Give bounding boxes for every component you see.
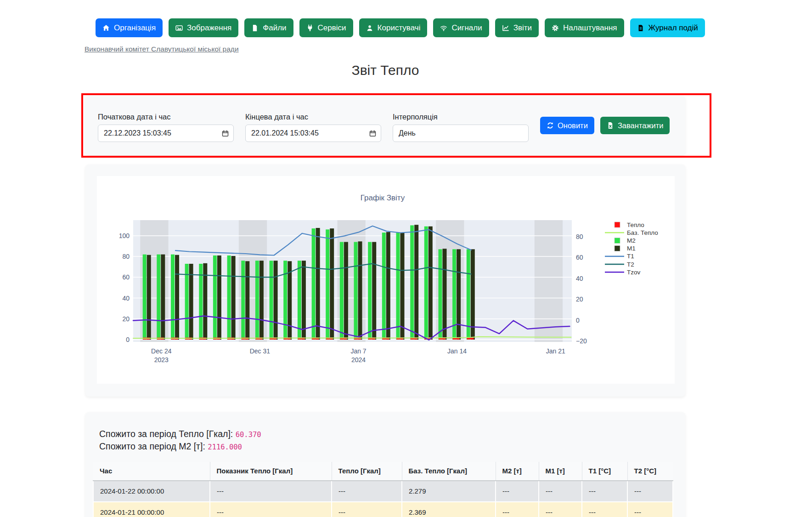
legend-item-Баз. Тепло[interactable]: Баз. Тепло: [605, 229, 658, 236]
m2-total-value: 2116.000: [208, 443, 242, 451]
svg-text:Jan 14: Jan 14: [447, 347, 467, 355]
gear-icon: [552, 24, 559, 32]
download-button-label: Завантажити: [618, 121, 664, 130]
table-header-cell: M1 [т]: [539, 462, 582, 481]
table-cell: ---: [539, 502, 582, 517]
wifi-icon: [440, 24, 447, 32]
left-axis-ticks: 020406080100: [119, 232, 130, 343]
legend-label: M2: [627, 237, 636, 244]
excel-file-icon: [607, 122, 614, 129]
data-panel: Спожито за період Тепло [Гкал]: 60.370 С…: [85, 412, 685, 517]
house-icon: [102, 24, 110, 32]
heat-total-value: 60.370: [236, 431, 261, 439]
organization-link[interactable]: Виконавчий комітет Славутицької міської …: [85, 45, 239, 53]
table-cell: ---: [332, 502, 402, 517]
chart-panel: 020406080100−20020406080Dec 242023Dec 31…: [85, 165, 685, 397]
plug-icon: [306, 24, 314, 32]
start-date-field: Початкова дата і час: [98, 113, 234, 155]
report-chart[interactable]: 020406080100−20020406080Dec 242023Dec 31…: [97, 176, 675, 384]
svg-text:0: 0: [126, 336, 130, 343]
legend-swatch: [615, 238, 620, 243]
svg-text:40: 40: [122, 295, 130, 302]
legend-item-T2[interactable]: T2: [605, 261, 634, 268]
table-cell: ---: [496, 481, 539, 502]
interpolation-field: Інтерполяція: [393, 113, 529, 155]
nav-button-label: Зображення: [187, 23, 231, 33]
table-cell: 2024-01-22 00:00:00: [93, 481, 210, 502]
nav-button-organization[interactable]: Організація: [96, 18, 163, 37]
end-date-input[interactable]: [245, 125, 381, 142]
table-row: 2024-01-21 00:00:00------2.369----------…: [93, 502, 673, 517]
legend-label: M1: [627, 245, 636, 252]
nav-button-label: Сигнали: [451, 23, 482, 33]
refresh-button[interactable]: Оновити: [540, 117, 594, 134]
legend-label: T2: [627, 261, 634, 268]
nav-button-label: Організація: [114, 23, 156, 33]
legend-label: Тепло: [627, 222, 644, 228]
table-header-cell: T1 [°C]: [582, 462, 627, 481]
nav-button-files[interactable]: Файли: [244, 18, 293, 37]
legend-swatch: [605, 272, 624, 273]
svg-text:−20: −20: [576, 337, 587, 345]
legend-item-Тепло[interactable]: Тепло: [615, 222, 644, 228]
end-date-value[interactable]: [251, 129, 369, 137]
person-icon: [366, 24, 373, 32]
x-axis-ticks: Dec 242023Dec 31Jan 72024Jan 14Jan 21: [151, 347, 565, 364]
nav-button-label: Користувачі: [378, 23, 421, 33]
table-cell: ---: [627, 502, 673, 517]
legend-item-M2[interactable]: M2: [615, 237, 636, 244]
weekend-band: [535, 220, 563, 342]
refresh-icon: [547, 122, 554, 129]
nav-button-label: Журнал подій: [648, 23, 698, 33]
nav-button-label: Налаштування: [563, 23, 617, 33]
legend-item-Tzov[interactable]: Tzov: [605, 269, 641, 276]
table-cell: 2.279: [402, 481, 496, 502]
svg-text:20: 20: [576, 295, 583, 303]
start-date-value[interactable]: [104, 129, 222, 137]
table-header-cell: Час: [93, 462, 210, 481]
legend-swatch: [615, 222, 620, 227]
legend-item-M1[interactable]: M1: [615, 245, 636, 252]
nav-button-signals[interactable]: Сигнали: [433, 18, 489, 37]
m2-total-label: Спожито за період M2 [т]:: [99, 441, 205, 451]
legend-swatch: [615, 246, 620, 251]
table-header-cell: Баз. Тепло [Гкал]: [402, 462, 496, 481]
svg-text:Jan 21: Jan 21: [546, 347, 565, 355]
table-cell: ---: [496, 502, 539, 517]
download-button[interactable]: Завантажити: [600, 117, 670, 134]
legend-swatch: [605, 264, 624, 265]
table-cell: ---: [539, 481, 582, 502]
report-chart-svg[interactable]: 020406080100−20020406080Dec 242023Dec 31…: [97, 176, 675, 384]
start-date-input[interactable]: [98, 125, 234, 142]
legend-item-T1[interactable]: T1: [605, 253, 634, 260]
nav-button-images[interactable]: Зображення: [169, 18, 238, 37]
nav-button-event-log[interactable]: Журнал подій: [630, 18, 705, 37]
nav-button-reports[interactable]: Звіти: [495, 18, 539, 37]
interpolation-label: Інтерполяція: [393, 113, 529, 121]
legend-label: T1: [627, 253, 634, 260]
page-title: Звіт Тепло: [85, 62, 685, 78]
chart-legend: ТеплоБаз. ТеплоM2M1T1T2Tzov: [605, 222, 658, 276]
calendar-icon[interactable]: [369, 130, 376, 137]
table-cell: ---: [582, 481, 627, 502]
report-table: ЧасПоказник Тепло [Гкал]Тепло [Гкал]Баз.…: [93, 462, 673, 517]
nav-button-users[interactable]: Користувачі: [359, 18, 428, 37]
svg-text:Dec 31: Dec 31: [250, 347, 271, 355]
table-header-cell: Тепло [Гкал]: [332, 462, 402, 481]
svg-text:Jan 7: Jan 7: [350, 347, 366, 355]
heat-total-line: Спожито за період Тепло [Гкал]: 60.370: [99, 429, 685, 441]
svg-text:80: 80: [122, 253, 130, 260]
table-cell: ---: [332, 481, 402, 502]
table-row: 2024-01-22 00:00:00------2.279----------…: [93, 481, 673, 502]
interpolation-value[interactable]: [399, 129, 524, 137]
table-cell: ---: [627, 481, 673, 502]
table-cell: ---: [210, 481, 332, 502]
interpolation-input[interactable]: [393, 125, 529, 142]
nav-button-settings[interactable]: Налаштування: [545, 18, 624, 37]
svg-text:0: 0: [576, 317, 580, 324]
nav-button-label: Файли: [263, 23, 286, 33]
nav-button-services[interactable]: Сервіси: [299, 18, 353, 37]
svg-text:60: 60: [576, 254, 583, 261]
calendar-icon[interactable]: [222, 130, 229, 137]
start-date-label: Початкова дата і час: [98, 113, 234, 121]
